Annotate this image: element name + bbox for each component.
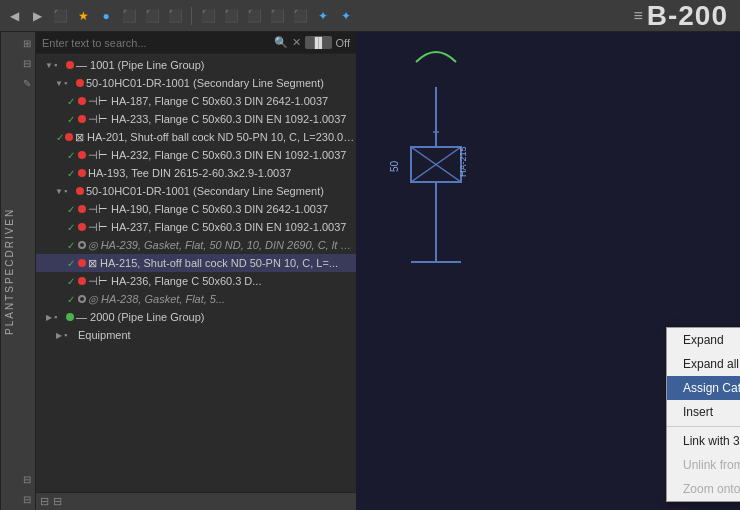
context-menu-separator-1 — [667, 426, 740, 427]
tree-item-ha232[interactable]: ✓ ⊣⊢ HA-232, Flange C 50x60.3 DIN EN 109… — [36, 146, 356, 164]
tree-text-ha201: ⊠ HA-201, Shut-off ball cock ND 50-PN 10… — [75, 131, 356, 144]
context-menu-link-3d[interactable]: Link with 3D Object — [667, 429, 740, 453]
tree-text-seg2: 50-10HC01-DR-1001 (Secondary Line Segmen… — [86, 185, 324, 197]
main-content: PLANTSPECDRIVEN ⊞ ⊟ ✎ ⊟ ⊟ 🔍 ✕ ▐▌ Off ▼ ▪ — [0, 32, 740, 510]
clear-search-icon[interactable]: ✕ — [292, 36, 301, 49]
toolbar-icon-14[interactable]: ✦ — [313, 6, 333, 26]
status-circle-1 — [66, 61, 74, 69]
tree-item-1001[interactable]: ▼ ▪ — 1001 (Pipe Line Group) — [36, 56, 356, 74]
tree-item-ha237[interactable]: ✓ ⊣⊢ HA-237, Flange C 50x60.3 DIN EN 109… — [36, 218, 356, 236]
tree-item-seg1[interactable]: ▼ ▪ 50-10HC01-DR-1001 (Secondary Line Se… — [36, 74, 356, 92]
tree-text-2000: — 2000 (Pipe Line Group) — [76, 311, 204, 323]
check-icon-ha201: ✓ — [56, 132, 65, 143]
toolbar: ◀ ▶ ⬛ ★ ● ⬛ ⬛ ⬛ ⬛ ⬛ ⬛ ⬛ ⬛ ✦ ✦ ≡ B-200 — [0, 0, 740, 32]
toolbar-icon-6[interactable]: ⬛ — [119, 6, 139, 26]
sq-icon-equipment: ▪ — [64, 330, 76, 340]
check-icon-ha238: ✓ — [64, 294, 78, 305]
status-circle-ha193 — [78, 169, 86, 177]
check-icon-ha233: ✓ — [64, 114, 78, 125]
toolbar-icon-5[interactable]: ● — [96, 6, 116, 26]
expand-icon-1001[interactable]: ▼ — [44, 61, 54, 70]
status-circle-ha201 — [65, 133, 73, 141]
tree-item-ha187[interactable]: ✓ ⊣⊢ HA-187, Flange C 50x60.3 DIN 2642-1… — [36, 92, 356, 110]
search-icons: 🔍 ✕ ▐▌ Off — [274, 36, 350, 49]
cad-viewport: 50 HA-215 Expand Expand all Assign Catal… — [356, 32, 740, 510]
tree-text-ha190: ⊣⊢ HA-190, Flange C 50x60.3 DIN 2642-1.0… — [88, 203, 328, 216]
window-title: B-200 — [647, 0, 728, 32]
tree-bottom-icon-2[interactable]: ⊟ — [53, 495, 62, 508]
tree-text-ha232: ⊣⊢ HA-232, Flange C 50x60.3 DIN EN 1092-… — [88, 149, 346, 162]
tree-item-equipment[interactable]: ▶ ▪ Equipment — [36, 326, 356, 344]
toolbar-icon-4[interactable]: ★ — [73, 6, 93, 26]
left-icon-4[interactable]: ⊟ — [20, 472, 34, 486]
tree-item-seg2[interactable]: ▼ ▪ 50-10HC01-DR-1001 (Secondary Line Se… — [36, 182, 356, 200]
toolbar-icon-10[interactable]: ⬛ — [221, 6, 241, 26]
tree-text-ha239: ◎ HA-239, Gasket, Flat, 50 ND, 10, DIN 2… — [88, 239, 356, 252]
status-circle-ha236 — [78, 277, 86, 285]
left-icon-3[interactable]: ✎ — [20, 76, 34, 90]
tree-item-ha239[interactable]: ✓ ◎ HA-239, Gasket, Flat, 50 ND, 10, DIN… — [36, 236, 356, 254]
tree-text-seg1: 50-10HC01-DR-1001 (Secondary Line Segmen… — [86, 77, 324, 89]
toolbar-icon-9[interactable]: ⬛ — [198, 6, 218, 26]
tree-item-ha215[interactable]: ✓ ⊠ HA-215, Shut-off ball cock ND 50-PN … — [36, 254, 356, 272]
tree-item-2000[interactable]: ▶ ▪ — 2000 (Pipe Line Group) — [36, 308, 356, 326]
tree-content[interactable]: ▼ ▪ — 1001 (Pipe Line Group) ▼ ▪ 50-10HC… — [36, 54, 356, 492]
svg-text:50: 50 — [389, 160, 400, 172]
tree-text-ha187: ⊣⊢ HA-187, Flange C 50x60.3 DIN 2642-1.0… — [88, 95, 328, 108]
tree-item-ha233[interactable]: ✓ ⊣⊢ HA-233, Flange C 50x60.3 DIN EN 109… — [36, 110, 356, 128]
tree-text-equipment: Equipment — [78, 329, 131, 341]
toolbar-icon-12[interactable]: ⬛ — [267, 6, 287, 26]
context-menu-zoom-3d: Zoom onto 3D Object — [667, 477, 740, 501]
check-icon-ha193: ✓ — [64, 168, 78, 179]
expand-icon-equipment[interactable]: ▶ — [54, 331, 64, 340]
search-icon[interactable]: 🔍 — [274, 36, 288, 49]
search-bar: 🔍 ✕ ▐▌ Off — [36, 32, 356, 54]
status-circle-ha232 — [78, 151, 86, 159]
hamburger-menu-icon[interactable]: ≡ — [633, 7, 642, 25]
toggle-button[interactable]: ▐▌ — [305, 36, 331, 49]
left-icon-2[interactable]: ⊟ — [20, 56, 34, 70]
status-circle-ha215 — [78, 259, 86, 267]
toolbar-icon-7[interactable]: ⬛ — [142, 6, 162, 26]
sq-icon-1: ▪ — [54, 60, 66, 70]
check-icon-ha239: ✓ — [64, 240, 78, 251]
check-icon-ha215: ✓ — [64, 258, 78, 269]
toolbar-icon-8[interactable]: ⬛ — [165, 6, 185, 26]
tree-bottom-bar: ⊟ ⊟ — [36, 492, 356, 510]
tree-item-ha193[interactable]: ✓ HA-193, Tee DIN 2615-2-60.3x2.9-1.0037 — [36, 164, 356, 182]
context-menu-expand[interactable]: Expand — [667, 328, 740, 352]
expand-icon-2000[interactable]: ▶ — [44, 313, 54, 322]
sq-icon-seg1: ▪ — [64, 78, 76, 88]
context-menu-insert[interactable]: Insert — [667, 400, 740, 424]
toolbar-icon-15[interactable]: ✦ — [336, 6, 356, 26]
sq-icon-2000: ▪ — [54, 312, 66, 322]
left-icon-5[interactable]: ⊟ — [20, 492, 34, 506]
toolbar-icon-11[interactable]: ⬛ — [244, 6, 264, 26]
tree-text-1001: — 1001 (Pipe Line Group) — [76, 59, 204, 71]
tree-text-ha193: HA-193, Tee DIN 2615-2-60.3x2.9-1.0037 — [88, 167, 291, 179]
expand-icon-seg1[interactable]: ▼ — [54, 79, 64, 88]
check-icon-ha187: ✓ — [64, 96, 78, 107]
expand-icon-seg2[interactable]: ▼ — [54, 187, 64, 196]
tree-item-ha238[interactable]: ✓ ◎ HA-238, Gasket, Flat, 5... — [36, 290, 356, 308]
tree-item-ha190[interactable]: ✓ ⊣⊢ HA-190, Flange C 50x60.3 DIN 2642-1… — [36, 200, 356, 218]
check-icon-ha190: ✓ — [64, 204, 78, 215]
toolbar-forward-icon[interactable]: ▶ — [27, 6, 47, 26]
check-icon-ha237: ✓ — [64, 222, 78, 233]
tree-item-ha236[interactable]: ✓ ⊣⊢ HA-236, Flange C 50x60.3 D... — [36, 272, 356, 290]
tree-panel: 🔍 ✕ ▐▌ Off ▼ ▪ — 1001 (Pipe Line Group) … — [36, 32, 356, 510]
toolbar-icon-3[interactable]: ⬛ — [50, 6, 70, 26]
context-menu-assign-catalog[interactable]: Assign Catalog Data — [667, 376, 740, 400]
context-menu-expand-all[interactable]: Expand all — [667, 352, 740, 376]
search-input[interactable] — [42, 37, 270, 49]
status-circle-ha190 — [78, 205, 86, 213]
tree-bottom-icon-1[interactable]: ⊟ — [40, 495, 49, 508]
tree-item-ha201[interactable]: ✓ ⊠ HA-201, Shut-off ball cock ND 50-PN … — [36, 128, 356, 146]
status-circle-2000 — [66, 313, 74, 321]
check-icon-ha232: ✓ — [64, 150, 78, 161]
toolbar-back-icon[interactable]: ◀ — [4, 6, 24, 26]
toolbar-icon-13[interactable]: ⬛ — [290, 6, 310, 26]
sq-icon-seg2: ▪ — [64, 186, 76, 196]
context-menu: Expand Expand all Assign Catalog Data In… — [666, 327, 740, 502]
left-icon-1[interactable]: ⊞ — [20, 36, 34, 50]
